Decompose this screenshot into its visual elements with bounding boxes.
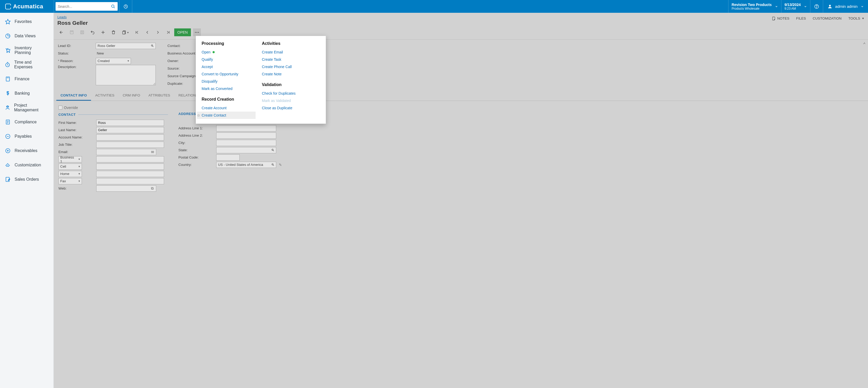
label-postal: Postal Code:	[178, 155, 216, 159]
action-check-duplicates[interactable]: Check for Duplicates	[257, 90, 316, 97]
action-accept[interactable]: Accept	[197, 63, 256, 70]
phone3-type-select[interactable]: Home	[58, 171, 82, 177]
label-first-name: First Name:	[58, 121, 96, 125]
search-icon	[111, 4, 116, 9]
description-textarea[interactable]	[96, 65, 156, 85]
action-create-account[interactable]: Create Account	[197, 104, 256, 111]
tab-attributes[interactable]: ATTRIBUTES	[144, 90, 174, 101]
city-input[interactable]	[216, 140, 276, 146]
last-button[interactable]	[163, 28, 173, 37]
last-name-input[interactable]	[96, 127, 164, 133]
action-close-duplicate[interactable]: Close as Duplicate	[257, 104, 316, 111]
nav-compliance[interactable]: Compliance	[0, 115, 54, 129]
tool-label: NOTES	[777, 17, 789, 20]
phone4-input[interactable]	[96, 178, 164, 184]
country-input[interactable]: US - United States of America🔍︎	[216, 162, 276, 168]
postal-input[interactable]	[216, 154, 240, 161]
customization-button[interactable]: CUSTOMIZATION	[813, 17, 842, 20]
prev-button[interactable]	[143, 28, 152, 37]
nav-sales-orders[interactable]: Sales Orders	[0, 172, 54, 187]
label-description: Description:	[58, 65, 96, 69]
nav-customization[interactable]: Customization	[0, 158, 54, 172]
action-create-email[interactable]: Create Email	[257, 48, 316, 56]
back-button[interactable]	[56, 28, 66, 37]
open-action-button[interactable]: OPEN	[174, 28, 191, 36]
search-box[interactable]	[56, 2, 118, 11]
state-input[interactable]: 🔍︎	[216, 147, 276, 153]
tool-label: CUSTOMIZATION	[813, 17, 842, 20]
account-name-input[interactable]	[96, 134, 164, 140]
action-create-task[interactable]: Create Task	[257, 56, 316, 63]
phone1-type-select[interactable]: Business 1	[58, 156, 82, 162]
nav-data-views[interactable]: Data Views	[0, 29, 54, 43]
phone1-input[interactable]	[96, 156, 164, 162]
action-qualify[interactable]: Qualify	[197, 56, 256, 63]
more-actions-button[interactable]	[193, 28, 201, 36]
first-name-input[interactable]	[96, 120, 164, 126]
lead-id-input[interactable]: Ross Geller🔍︎	[96, 43, 156, 49]
action-label: Create Account	[202, 106, 227, 110]
next-button[interactable]	[153, 28, 163, 37]
nav-payables[interactable]: Payables	[0, 129, 54, 143]
phone3-input[interactable]	[96, 171, 164, 177]
brand-logo[interactable]: Acumatica	[0, 0, 54, 13]
addr1-input[interactable]	[216, 125, 276, 131]
nav-time-expenses[interactable]: Time and Expenses	[0, 57, 54, 72]
nav-favorites[interactable]: Favorites	[0, 14, 54, 29]
add-button[interactable]	[98, 28, 108, 37]
collapse-button[interactable]: ㅅ	[863, 41, 866, 45]
tab-contact-info[interactable]: CONTACT INFO	[56, 90, 91, 101]
action-convert-opportunity[interactable]: Convert to Opportunity	[197, 70, 256, 78]
tab-activities[interactable]: ACTIVITIES	[91, 90, 119, 101]
save-button[interactable]	[77, 28, 87, 37]
action-create-phone-call[interactable]: Create Phone Call	[257, 63, 316, 70]
nav-label: Project Management	[14, 103, 49, 112]
save-close-button[interactable]	[67, 28, 77, 37]
files-button[interactable]: FILES	[796, 17, 806, 20]
action-mark-converted[interactable]: Mark as Converted	[197, 85, 256, 92]
label-lead-id: Lead ID:	[58, 44, 96, 48]
phone3-type: Home	[60, 172, 69, 176]
search-input[interactable]	[58, 4, 111, 9]
notes-button[interactable]: NOTES	[772, 17, 789, 20]
job-title-input[interactable]	[96, 141, 164, 148]
popup-col-left: Processing Open Qualify Accept Convert t…	[198, 41, 259, 119]
breadcrumb[interactable]: Leads	[57, 15, 66, 19]
override-checkbox[interactable]	[58, 106, 62, 109]
action-label: Create Phone Call	[262, 65, 291, 69]
delete-button[interactable]	[108, 28, 118, 37]
tenant-title: Revision Two Products	[732, 3, 772, 7]
svg-line-1	[114, 7, 115, 8]
reason-select[interactable]: Created	[96, 58, 131, 64]
action-open[interactable]: Open	[197, 48, 256, 56]
business-date[interactable]: 9/13/2024 9:23 AM	[781, 0, 810, 13]
nav-project-management[interactable]: Project Management	[0, 100, 54, 115]
phone2-input[interactable]	[96, 163, 164, 170]
refresh-button[interactable]	[120, 0, 132, 13]
svg-point-19	[7, 106, 8, 108]
email-input[interactable]	[96, 149, 156, 155]
action-disqualify[interactable]: Disqualify	[197, 78, 256, 85]
addr2-input[interactable]	[216, 132, 276, 139]
user-menu[interactable]: admin admin	[823, 0, 868, 13]
chevron-down-icon	[775, 5, 778, 8]
activities-header: Activities	[262, 41, 316, 46]
nav-receivables[interactable]: Receivables	[0, 143, 54, 158]
action-create-contact[interactable]: ☆Create Contact	[197, 111, 256, 119]
web-input[interactable]	[96, 185, 156, 192]
phone4-type-select[interactable]: Fax	[58, 178, 82, 184]
star-outline-icon[interactable]: ☆	[197, 113, 200, 117]
tab-crm-info[interactable]: CRM INFO	[119, 90, 145, 101]
undo-button[interactable]	[88, 28, 97, 37]
action-create-note[interactable]: Create Note	[257, 70, 316, 78]
nav-banking[interactable]: Banking	[0, 86, 54, 100]
pencil-icon[interactable]: ✎	[279, 163, 282, 167]
phone2-type-select[interactable]: Cell	[58, 163, 82, 170]
help-button[interactable]	[810, 0, 823, 13]
nav-inventory-planning[interactable]: Inventory Planning	[0, 43, 54, 57]
first-button[interactable]	[132, 28, 142, 37]
nav-finance[interactable]: Finance	[0, 72, 54, 86]
tenant-selector[interactable]: Revision Two Products Products Wholesale	[728, 0, 781, 13]
clipboard-button[interactable]: ▾	[119, 28, 131, 37]
tools-button[interactable]: TOOLS▼	[848, 17, 864, 20]
